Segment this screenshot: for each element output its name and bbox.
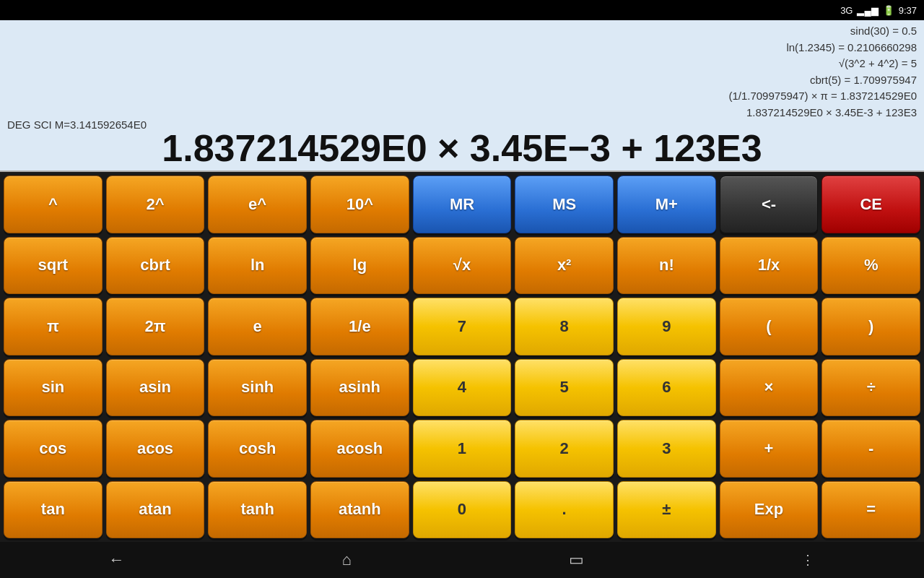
main-display: 1.837214529E0 × 3.45E−3 + 123E3 bbox=[0, 129, 924, 167]
btn-lg[interactable]: lg bbox=[310, 237, 409, 295]
btn-asinh[interactable]: asinh bbox=[310, 359, 409, 417]
display-area: sind(30) = 0.5 ln(1.2345) = 0.2106660298… bbox=[0, 20, 924, 172]
more-button[interactable]: ⋮ bbox=[801, 552, 816, 568]
btn-atan[interactable]: atan bbox=[106, 481, 205, 539]
btn-1e[interactable]: 1/e bbox=[310, 298, 409, 355]
btn-epower[interactable]: e^ bbox=[208, 176, 307, 233]
btn-asin[interactable]: asin bbox=[106, 359, 205, 417]
btn-5[interactable]: 5 bbox=[515, 359, 614, 417]
btn-8[interactable]: 8 bbox=[515, 298, 614, 355]
btn-exp[interactable]: Exp bbox=[720, 481, 819, 539]
btn-cosh[interactable]: cosh bbox=[208, 420, 307, 478]
home-button[interactable]: ⌂ bbox=[341, 551, 351, 569]
history-log: sind(30) = 0.5 ln(1.2345) = 0.2106660298… bbox=[728, 23, 917, 121]
btn-plus[interactable]: + bbox=[720, 420, 819, 478]
back-button[interactable]: ← bbox=[108, 551, 124, 569]
btn-equals[interactable]: = bbox=[821, 481, 920, 539]
history-line-1: sind(30) = 0.5 bbox=[728, 23, 917, 40]
btn-0[interactable]: 0 bbox=[413, 481, 512, 539]
btn-tan[interactable]: tan bbox=[4, 481, 103, 539]
btn-factorial[interactable]: n! bbox=[617, 237, 716, 295]
btn-power[interactable]: ^ bbox=[4, 176, 103, 233]
signal-icon: 3G bbox=[840, 5, 853, 16]
signal-bars: ▂▄▆ bbox=[857, 5, 878, 16]
btn-2power[interactable]: 2^ bbox=[106, 176, 205, 233]
btn-ce[interactable]: CE bbox=[821, 176, 920, 233]
btn-rparen[interactable]: ) bbox=[821, 298, 920, 355]
btn-10power[interactable]: 10^ bbox=[310, 176, 409, 233]
btn-tanh[interactable]: tanh bbox=[208, 481, 307, 539]
nav-bar: ← ⌂ ▭ ⋮ bbox=[0, 542, 924, 578]
buttons-area: ^ 2^ e^ 10^ MR MS M+ <- CE sqrt cbrt ln … bbox=[0, 172, 924, 542]
history-line-5: (1/1.709975947) × π = 1.837214529E0 bbox=[728, 88, 917, 105]
btn-sqrt[interactable]: sqrt bbox=[4, 237, 103, 295]
btn-ms[interactable]: MS bbox=[515, 176, 614, 233]
recent-button[interactable]: ▭ bbox=[569, 551, 584, 569]
status-bar: 3G ▂▄▆ 🔋 9:37 bbox=[0, 0, 924, 20]
btn-2pi[interactable]: 2π bbox=[106, 298, 205, 355]
btn-dot[interactable]: . bbox=[515, 481, 614, 539]
btn-pi[interactable]: π bbox=[4, 298, 103, 355]
btn-plusminus[interactable]: ± bbox=[617, 481, 716, 539]
btn-mplus[interactable]: M+ bbox=[617, 176, 716, 233]
btn-multiply[interactable]: × bbox=[720, 359, 819, 417]
btn-percent[interactable]: % bbox=[821, 237, 920, 295]
history-line-3: √(3^2 + 4^2) = 5 bbox=[728, 56, 917, 72]
btn-acosh[interactable]: acosh bbox=[310, 420, 409, 478]
btn-backspace[interactable]: <- bbox=[720, 176, 819, 233]
btn-2[interactable]: 2 bbox=[515, 420, 614, 478]
btn-9[interactable]: 9 bbox=[617, 298, 716, 355]
btn-7[interactable]: 7 bbox=[413, 298, 512, 355]
btn-6[interactable]: 6 bbox=[617, 359, 716, 417]
btn-mr[interactable]: MR bbox=[413, 176, 512, 233]
btn-cos[interactable]: cos bbox=[4, 420, 103, 478]
btn-sin[interactable]: sin bbox=[4, 359, 103, 417]
btn-minus[interactable]: - bbox=[821, 420, 920, 478]
btn-xsquared[interactable]: x² bbox=[515, 237, 614, 295]
btn-sinh[interactable]: sinh bbox=[208, 359, 307, 417]
btn-sqrtx[interactable]: √x bbox=[413, 237, 512, 295]
btn-4[interactable]: 4 bbox=[413, 359, 512, 417]
history-line-2: ln(1.2345) = 0.2106660298 bbox=[728, 40, 917, 56]
history-line-4: cbrt(5) = 1.709975947 bbox=[728, 72, 917, 89]
time-display: 9:37 bbox=[899, 5, 917, 16]
btn-atanh[interactable]: atanh bbox=[310, 481, 409, 539]
btn-divide[interactable]: ÷ bbox=[821, 359, 920, 417]
btn-3[interactable]: 3 bbox=[617, 420, 716, 478]
btn-lparen[interactable]: ( bbox=[720, 298, 819, 355]
battery-icon: 🔋 bbox=[883, 5, 894, 16]
btn-reciprocal[interactable]: 1/x bbox=[720, 237, 819, 295]
btn-1[interactable]: 1 bbox=[413, 420, 512, 478]
btn-ln[interactable]: ln bbox=[208, 237, 307, 295]
btn-e[interactable]: e bbox=[208, 298, 307, 355]
btn-acos[interactable]: acos bbox=[106, 420, 205, 478]
btn-cbrt[interactable]: cbrt bbox=[106, 237, 205, 295]
